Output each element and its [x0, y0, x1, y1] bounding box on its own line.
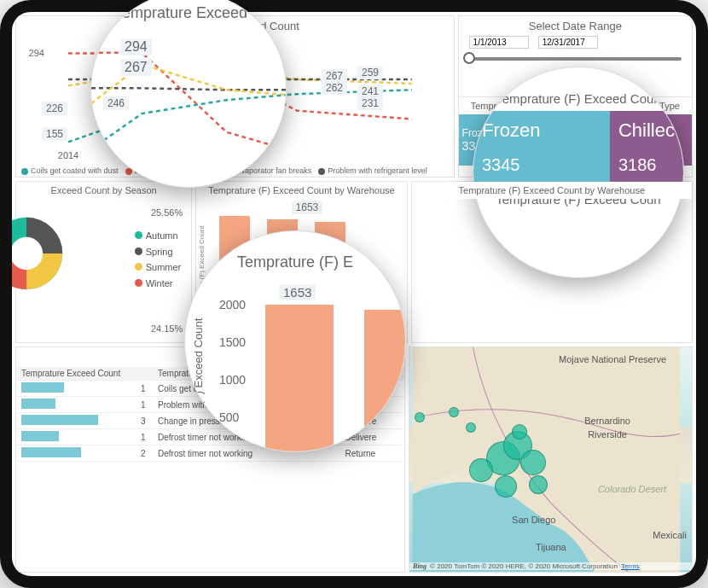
pie-svg	[0, 212, 67, 294]
hbar-icon	[21, 447, 81, 457]
map-label-mexicali: Mexicali	[653, 530, 687, 540]
date-range-title: Select Date Range	[459, 16, 692, 36]
map-label-bernardino: Bernardino	[584, 416, 630, 426]
hbar-icon	[21, 382, 64, 393]
date-end-input[interactable]	[538, 36, 598, 49]
pie-pct-top: 25.56%	[151, 207, 183, 218]
dot-summer-icon	[135, 263, 142, 271]
mag3-frozen-value: 3345	[482, 155, 601, 175]
cell-s5: Returne	[340, 445, 405, 462]
date-slider-track[interactable]	[469, 57, 682, 61]
pie-legend-winter: Winter	[146, 278, 173, 288]
map-label-riverside: Riverside	[588, 429, 627, 440]
pie-chart-card[interactable]: Exceed Count by Season 25.56% Autumn Spr…	[15, 181, 192, 343]
cell-n3: 3	[136, 413, 153, 429]
map-bubble[interactable]	[415, 412, 425, 422]
mag3-frozen-label: Frozen	[482, 119, 601, 142]
x-tick-2014: 2014	[58, 150, 78, 160]
data-label-231: 231	[357, 96, 383, 110]
map-attribution: Bing © 2020 TomTom © 2020 HERE, © 2020 M…	[409, 562, 692, 570]
hbar-icon	[21, 431, 59, 441]
y-label-294: 294	[29, 48, 44, 58]
cell-n4: 1	[136, 429, 153, 445]
date-start-input[interactable]	[469, 36, 529, 49]
col-exceed-count[interactable]: Temprature Exceed Count	[16, 367, 136, 381]
cell-n5: 2	[136, 445, 153, 462]
bar-chart-title: Temprature (F) Exceed Count by Warehouse	[196, 182, 406, 199]
mag1-label-294: 294	[120, 38, 152, 55]
map-label-desert: Colorado Desert	[598, 484, 666, 494]
pie-legend-summer: Summer	[146, 262, 182, 272]
hbar-icon	[21, 415, 98, 425]
magnifier-treemap: Temprature (F) Exceed Coun Frozen 3345 C…	[473, 67, 684, 278]
map-bubble[interactable]	[529, 475, 548, 494]
map-label-tijuana: Tijuana	[536, 542, 566, 552]
mag1-label-246: 246	[103, 96, 129, 110]
data-label-259: 259	[357, 66, 383, 79]
map-bubble[interactable]	[466, 422, 476, 433]
cell-n1: 1	[136, 381, 153, 397]
bar-top-label: 1653	[292, 201, 323, 214]
magnifier-bar-chart: Temprature (F) E 1653 ure (F) Exceed Cou…	[184, 230, 406, 452]
date-slider-handle[interactable]	[463, 52, 475, 64]
mag3-tile-frozen: Frozen 3345	[473, 111, 610, 183]
pie-legend-autumn: Autumn	[146, 230, 178, 241]
map-bubble[interactable]	[469, 458, 493, 482]
map-bubble[interactable]	[520, 450, 546, 475]
cell-n2: 1	[136, 397, 153, 413]
map-card-continued[interactable]: Mojave National Preserve Bernardino Rive…	[409, 346, 693, 573]
map-bubble[interactable]	[449, 407, 459, 417]
mag1-series-refrigerant	[91, 88, 286, 90]
table-row[interactable]: 2Defrost timer not workingReturne	[16, 445, 404, 462]
dot-autumn-icon	[135, 231, 142, 239]
pie-hole	[10, 237, 43, 270]
data-label-262: 262	[322, 81, 347, 95]
map-label-mojave: Mojave National Preserve	[559, 354, 666, 364]
mag2-tick-1000: 1000	[219, 361, 246, 399]
data-label-226: 226	[42, 102, 67, 115]
legend-refrigerant: Problem with refrigerant level	[318, 166, 427, 175]
col-count-num[interactable]	[136, 367, 153, 381]
magnifier-line-chart: Temprature Exceed C 294 267 246	[90, 0, 287, 188]
mag2-tick-1500: 1500	[219, 323, 246, 361]
pie-legend: Autumn Spring Summer Winter	[135, 228, 182, 292]
mag2-tick-2000: 2000	[219, 286, 246, 323]
dot-spring-icon	[135, 247, 142, 255]
map-bubble[interactable]	[512, 424, 527, 440]
mag2-bar-1	[265, 305, 334, 452]
map-terms-link[interactable]: Terms	[621, 562, 640, 570]
map-label-sandiego: San Diego	[512, 515, 555, 525]
map-title: Temprature (F) Exceed Count by Warehouse	[412, 182, 692, 199]
pie-legend-spring: Spring	[146, 247, 173, 257]
mag3-chilled-label: Chillec	[618, 119, 675, 142]
legend-coils: Coils get coated with dust	[21, 166, 119, 175]
map-svg[interactable]	[409, 347, 692, 572]
data-label-155: 155	[42, 127, 67, 141]
mag1-label-267: 267	[120, 59, 152, 76]
mag2-bar-label: 1653	[279, 284, 316, 300]
bing-logo-icon: Bing	[413, 562, 427, 570]
map-bubble[interactable]	[495, 475, 517, 498]
map-attr-text: © 2020 TomTom © 2020 HERE, © 2020 Micros…	[430, 562, 618, 570]
pie-pct-bottom: 24.15%	[151, 323, 183, 334]
mag3-chilled-value: 3186	[618, 155, 675, 175]
hbar-icon	[21, 399, 55, 409]
dot-winter-icon	[135, 279, 142, 287]
